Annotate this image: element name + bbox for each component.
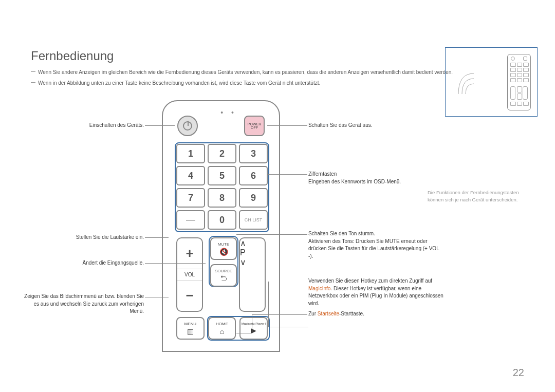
key-chlist: CH LIST	[239, 210, 268, 230]
leader-line	[268, 327, 308, 327]
page-number: 22	[513, 367, 524, 379]
key-8: 8	[208, 188, 236, 208]
callout-magic-a: Verwenden Sie diesen Hotkey zum direkten…	[308, 278, 432, 284]
ch-down: ∨	[240, 257, 265, 267]
source-icon: ⮌	[220, 274, 227, 283]
key-4: 4	[176, 166, 205, 185]
leader-line	[236, 234, 307, 235]
thumbnail-remote	[507, 54, 531, 110]
menu-icon: ▥	[187, 327, 194, 335]
power-icon	[183, 121, 192, 130]
key-7: 7	[176, 188, 205, 208]
key-5: 5	[208, 166, 236, 185]
mute-label: MUTE	[218, 242, 230, 247]
leader-line	[268, 282, 269, 327]
home-label: HOME	[216, 322, 228, 326]
menu-button: MENU ▥	[176, 317, 205, 340]
leader-line	[145, 125, 175, 126]
leader-line	[252, 314, 252, 333]
leader-line	[252, 314, 307, 315]
callout-menu: Zeigen Sie das Bildschirmmenü an bzw. bl…	[21, 293, 144, 315]
key-2: 2	[208, 144, 236, 163]
callout-source: Ändert die Eingangsquelle.	[31, 259, 144, 267]
callout-home-hl: Startseite	[318, 311, 339, 316]
power-on-button	[177, 116, 198, 136]
leader-line	[267, 125, 307, 126]
key-6: 6	[239, 166, 268, 185]
note-marker: ―	[31, 68, 38, 76]
channel-rocker: ∧ P ∨	[239, 237, 266, 312]
leader-line	[145, 263, 206, 264]
ch-label: P	[240, 248, 265, 257]
menu-label: MENU	[184, 322, 197, 326]
callout-home-post: -Starttaste.	[339, 311, 364, 316]
vol-plus: +	[177, 238, 202, 269]
source-label: SOURCE	[215, 269, 232, 273]
callout-mute-l1: Schalten Sie den Ton stumm.	[308, 230, 442, 238]
note-marker: ―	[31, 79, 38, 87]
callout-volume: Stellen Sie die Lautstärke ein.	[31, 234, 144, 241]
volume-rocker: + VOL −	[176, 237, 203, 312]
callout-digits-l2: Eingeben des Kennworts im OSD-Menü.	[308, 178, 442, 186]
leader-line	[236, 333, 252, 333]
key-dash: —	[176, 210, 205, 230]
key-0: 0	[208, 210, 236, 230]
callout-power-on: Einschalten des Geräts.	[31, 122, 144, 129]
callout-mute-l2: Aktivieren des Tons: Drücken Sie MUTE er…	[308, 238, 442, 260]
thumbnail-box	[445, 47, 538, 117]
ch-up: ∧	[240, 238, 265, 248]
magicinfo-button: MagicInfo Player I ▶	[239, 317, 268, 340]
home-button: HOME ⌂	[208, 317, 236, 340]
power-off-button: POWER OFF	[244, 116, 265, 136]
signal-icon	[456, 68, 476, 99]
mute-icon: 🔇	[219, 248, 228, 256]
callout-digits: Zifferntasten Eingeben des Kennworts im …	[308, 171, 442, 185]
power-off-label: POWER OFF	[245, 122, 264, 129]
magicinfo-label: MagicInfo Player I	[242, 322, 266, 325]
callout-mute: Schalten Sie den Ton stumm. Aktivieren d…	[308, 230, 442, 260]
ir-dots: • •	[220, 108, 237, 117]
callout-magicinfo: Verwenden Sie diesen Hotkey zum direkten…	[308, 277, 447, 307]
key-1: 1	[176, 144, 205, 163]
leader-line	[267, 174, 307, 175]
leader-line	[145, 237, 169, 238]
leader-line	[145, 297, 169, 297]
callout-home: Zur Startseite-Starttaste.	[308, 310, 442, 318]
callout-home-pre: Zur	[308, 311, 318, 316]
callout-power-off: Schalten Sie das Gerät aus.	[308, 122, 442, 129]
vol-minus: −	[177, 281, 202, 311]
callout-magic-hl: MagicInfo	[308, 286, 330, 291]
number-keypad: 1 2 3 4 5 6 7 8 9 — 0 CH LIST	[176, 144, 268, 230]
callout-digits-l1: Zifferntasten	[308, 171, 442, 178]
key-9: 9	[239, 188, 268, 208]
vol-label: VOL	[177, 269, 202, 281]
mute-button: MUTE 🔇	[210, 237, 237, 260]
source-button: SOURCE ⮌	[210, 264, 237, 287]
side-note: Die Funktionen der Fernbedienungstasten …	[428, 189, 530, 203]
home-icon: ⌂	[220, 327, 224, 335]
key-3: 3	[239, 144, 268, 163]
